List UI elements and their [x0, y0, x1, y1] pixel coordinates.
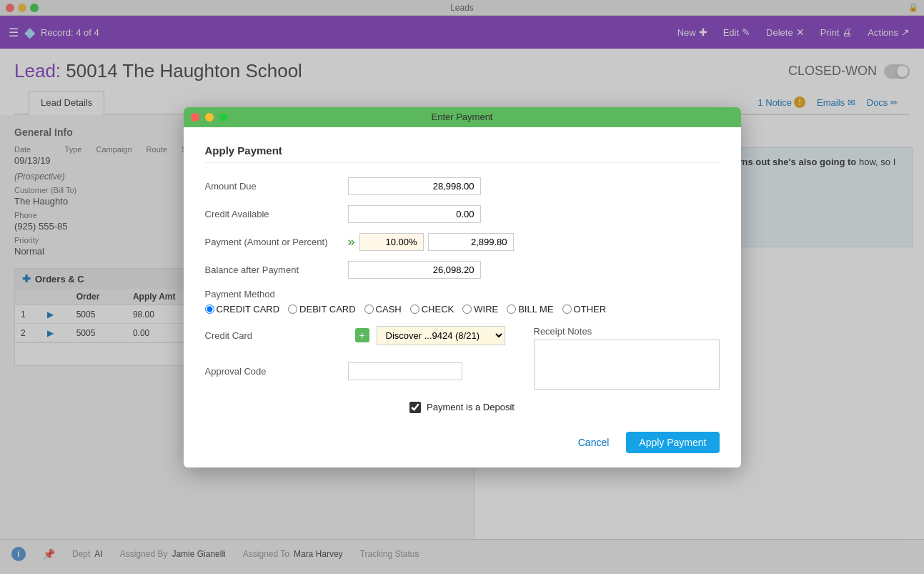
- enter-payment-modal: Enter Payment Apply Payment Amount Due C…: [184, 107, 741, 467]
- amount-due-row: Amount Due: [205, 177, 720, 195]
- pm-credit-card-radio[interactable]: [205, 305, 214, 314]
- receipt-area: Receipt Notes: [534, 326, 720, 392]
- pm-cash[interactable]: CASH: [364, 304, 402, 315]
- modal-titlebar: Enter Payment: [184, 107, 741, 127]
- deposit-row: Payment is a Deposit: [205, 402, 720, 413]
- pm-check-label: CHECK: [422, 304, 454, 315]
- deposit-checkbox[interactable]: [409, 402, 421, 413]
- pm-check-radio[interactable]: [410, 305, 419, 314]
- pm-bill-me-label: BILL ME: [518, 304, 553, 315]
- payment-method-options: CREDIT CARD DEBIT CARD CASH CHECK: [205, 304, 607, 315]
- modal-close-dot[interactable]: [191, 113, 199, 122]
- payment-method-label: Payment Method: [205, 289, 348, 300]
- amount-due-input[interactable]: [348, 177, 481, 195]
- modal-section-title: Apply Payment: [205, 144, 720, 163]
- cc-receipt-row: Credit Card + Discover ...9424 (8/21) Ap…: [205, 326, 720, 392]
- cc-approval-area: Credit Card + Discover ...9424 (8/21) Ap…: [205, 326, 505, 392]
- approval-row: Approval Code: [205, 362, 505, 380]
- pm-other[interactable]: OTHER: [562, 304, 607, 315]
- pm-bill-me[interactable]: BILL ME: [507, 304, 553, 315]
- pm-debit-card[interactable]: DEBIT CARD: [288, 304, 356, 315]
- receipt-notes-textarea[interactable]: [534, 340, 720, 390]
- pm-wire-radio[interactable]: [462, 305, 472, 314]
- credit-card-label: Credit Card: [205, 330, 348, 341]
- amount-due-label: Amount Due: [205, 181, 348, 192]
- pm-credit-card[interactable]: CREDIT CARD: [205, 304, 280, 315]
- payment-row: Payment (Amount or Percent) »: [205, 233, 720, 251]
- pm-debit-card-radio[interactable]: [288, 305, 297, 314]
- pm-wire[interactable]: WIRE: [462, 304, 498, 315]
- credit-available-row: Credit Available: [205, 205, 720, 223]
- payment-dollar-input[interactable]: [428, 233, 514, 251]
- balance-row: Balance after Payment: [205, 261, 720, 279]
- modal-maximize-dot[interactable]: [219, 113, 228, 122]
- approval-code-input[interactable]: [348, 362, 462, 380]
- modal-title: Enter Payment: [432, 112, 493, 122]
- payment-method-row: Payment Method CREDIT CARD DEBIT CARD CA…: [205, 289, 720, 315]
- pm-cash-radio[interactable]: [364, 305, 374, 314]
- balance-input[interactable]: [348, 261, 481, 279]
- credit-card-row: Credit Card + Discover ...9424 (8/21): [205, 326, 505, 345]
- payment-pct-input[interactable]: [359, 233, 424, 251]
- pm-bill-me-radio[interactable]: [507, 305, 516, 314]
- credit-card-select[interactable]: Discover ...9424 (8/21): [377, 326, 505, 345]
- payment-label: Payment (Amount or Percent): [205, 237, 348, 247]
- modal-actions: Cancel Apply Payment: [205, 425, 720, 453]
- pm-other-label: OTHER: [574, 304, 607, 315]
- deposit-label: Payment is a Deposit: [427, 402, 515, 412]
- payment-arrow-button[interactable]: »: [348, 234, 355, 249]
- credit-available-input[interactable]: [348, 205, 481, 223]
- balance-label: Balance after Payment: [205, 264, 348, 275]
- cancel-button[interactable]: Cancel: [568, 432, 620, 453]
- approval-code-label: Approval Code: [205, 366, 348, 377]
- credit-available-label: Credit Available: [205, 209, 348, 219]
- pm-debit-card-label: DEBIT CARD: [299, 304, 356, 315]
- modal-minimize-dot[interactable]: [205, 113, 214, 122]
- pm-cash-label: CASH: [376, 304, 402, 315]
- apply-payment-button[interactable]: Apply Payment: [626, 432, 719, 453]
- pm-check[interactable]: CHECK: [410, 304, 454, 315]
- modal-body: Apply Payment Amount Due Credit Availabl…: [184, 127, 741, 467]
- pm-wire-label: WIRE: [474, 304, 498, 315]
- receipt-notes-label: Receipt Notes: [534, 326, 720, 337]
- cc-add-button[interactable]: +: [355, 328, 369, 342]
- pm-other-radio[interactable]: [562, 305, 572, 314]
- pm-credit-card-label: CREDIT CARD: [217, 304, 280, 315]
